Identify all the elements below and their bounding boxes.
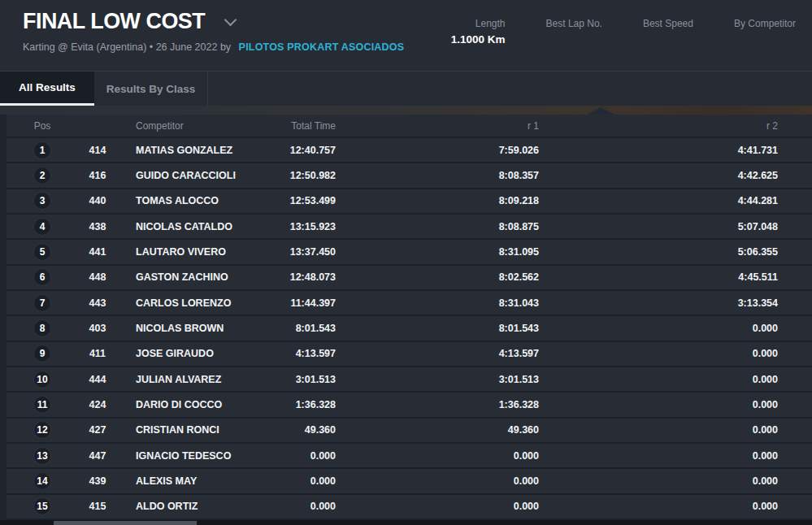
total-time: 0.000 [284, 475, 336, 487]
stat-best-speed: Best Speed [643, 18, 693, 46]
total-time: 13:37.450 [284, 246, 336, 258]
table-row[interactable]: 11 424 DARIO DI COCCO 1:36.328 1:36.328 … [7, 393, 812, 418]
col-header-r1: r 1 [336, 120, 539, 132]
r1-time: 8:31.043 [336, 297, 539, 309]
r2-time: 0.000 [539, 450, 778, 462]
table-row[interactable]: 5 441 LAUTARO VIVERO 13:37.450 8:31.095 … [7, 240, 812, 265]
r2-time: 0.000 [539, 374, 778, 385]
col-header-total-time: Total Time [284, 120, 336, 132]
total-time: 1:36.328 [284, 399, 336, 410]
event-meta-text: Karting @ Evita (Argentina) • 26 June 20… [23, 41, 231, 53]
results-table: Pos Competitor Total Time r 1 r 2 1 414 … [7, 115, 812, 520]
kart-number: 438 [73, 221, 122, 232]
competitor-name: LAUTARO VIVERO [122, 246, 284, 258]
competitor-name: TOMAS ALOCCO [122, 195, 284, 206]
kart-number: 414 [73, 145, 122, 156]
horizontal-scrollbar-thumb[interactable] [54, 521, 197, 525]
table-row[interactable]: 6 448 GASTON ZACHINO 12:48.073 8:02.562 … [7, 266, 812, 291]
kart-number: 441 [73, 246, 122, 258]
kart-number: 439 [73, 475, 122, 487]
r2-time: 4:44.281 [539, 195, 778, 206]
kart-number: 424 [73, 399, 122, 410]
competitor-name: ALDO ORTIZ [122, 501, 284, 512]
total-time: 0.000 [284, 501, 336, 512]
kart-number: 440 [73, 195, 122, 206]
banner-strip [0, 106, 812, 115]
table-row[interactable]: 12 427 CRISTIAN RONCI 49.360 49.360 0.00… [7, 419, 812, 444]
tab-results-by-class[interactable]: Results By Class [94, 72, 208, 106]
r2-time: 5:07.048 [539, 221, 778, 232]
total-time: 12:53.499 [284, 195, 336, 206]
stat-length-label: Length [475, 18, 506, 29]
r1-time: 8:08.875 [336, 221, 539, 232]
chevron-down-icon[interactable] [224, 13, 237, 26]
col-header-pos: Pos [7, 120, 73, 132]
col-header-competitor: Competitor [122, 120, 284, 132]
table-row[interactable]: 1 414 MATIAS GONZALEZ 12:40.757 7:59.026… [7, 138, 812, 163]
kart-number: 416 [73, 170, 122, 181]
total-time: 4:13.597 [284, 348, 336, 359]
table-row[interactable]: 13 447 IGNACIO TEDESCO 0.000 0.000 0.000 [7, 444, 812, 469]
r2-time: 0.000 [539, 399, 778, 410]
table-row[interactable]: 3 440 TOMAS ALOCCO 12:53.499 8:09.218 4:… [7, 189, 812, 215]
table-row[interactable]: 4 438 NICOLAS CATALDO 13:15.923 8:08.875… [7, 215, 812, 240]
r2-time: 4:45.511 [539, 271, 778, 283]
stat-length: Length 1.1000 Km [451, 18, 506, 46]
r1-time: 0.000 [336, 475, 539, 487]
table-row[interactable]: 8 403 NICOLAS BROWN 8:01.543 8:01.543 0.… [7, 316, 812, 341]
table-row[interactable]: 9 411 JOSE GIRAUDO 4:13.597 4:13.597 0.0… [7, 342, 812, 367]
competitor-name: IGNACIO TEDESCO [122, 450, 284, 462]
table-row[interactable]: 15 415 ALDO ORTIZ 0.000 0.000 0.000 [7, 495, 812, 520]
table-row[interactable]: 10 444 JULIAN ALVAREZ 3:01.513 3:01.513 … [7, 367, 812, 393]
competitor-name: GASTON ZACHINO [122, 271, 284, 283]
competitor-name: MATIAS GONZALEZ [122, 145, 284, 156]
position-badge: 4 [33, 218, 51, 236]
tab-all-results[interactable]: All Results [0, 72, 94, 106]
stat-length-value: 1.1000 Km [451, 33, 506, 46]
position-badge: 2 [33, 167, 51, 184]
stat-by-competitor-label: By Competitor [734, 18, 796, 29]
horizontal-scrollbar[interactable] [0, 520, 812, 525]
col-header-r2: r 2 [539, 120, 778, 132]
stat-best-lap-label: Best Lap No. [546, 18, 602, 29]
kart-number: 448 [73, 271, 122, 283]
event-stats: Length 1.1000 Km Best Lap No. Best Speed… [451, 18, 796, 46]
position-badge: 15 [33, 497, 51, 515]
stat-best-lap: Best Lap No. [546, 18, 602, 46]
position-badge: 1 [33, 141, 51, 159]
r2-time: 0.000 [539, 475, 778, 487]
results-tab-bar: All Results Results By Class [0, 71, 812, 106]
event-title-dropdown[interactable]: FINAL LOW COST [23, 8, 235, 34]
total-time: 11:44.397 [284, 297, 336, 309]
kart-number: 403 [73, 323, 122, 334]
organizer-link[interactable]: PILOTOS PROKART ASOCIADOS [239, 41, 405, 53]
competitor-name: NICOLAS CATALDO [122, 221, 284, 232]
total-time: 12:48.073 [284, 271, 336, 283]
position-badge: 6 [33, 268, 51, 286]
competitor-name: JOSE GIRAUDO [122, 348, 284, 359]
r2-time: 3:13.354 [539, 297, 778, 309]
total-time: 12:40.757 [284, 145, 336, 156]
r1-time: 8:02.562 [336, 271, 539, 283]
total-time: 3:01.513 [284, 374, 336, 385]
r2-time: 4:42.625 [539, 170, 778, 181]
competitor-name: CARLOS LORENZO [122, 297, 284, 309]
table-row[interactable]: 14 439 ALEXIS MAY 0.000 0.000 0.000 [7, 469, 812, 494]
total-time: 12:50.982 [284, 170, 336, 181]
table-row[interactable]: 2 416 GUIDO CARACCIOLI 12:50.982 8:08.35… [7, 163, 812, 189]
position-badge: 10 [33, 371, 51, 388]
r1-time: 8:01.543 [336, 323, 539, 334]
competitor-name: DARIO DI COCCO [122, 399, 284, 410]
r2-time: 0.000 [539, 323, 778, 334]
competitor-name: GUIDO CARACCIOLI [122, 170, 284, 181]
competitor-name: ALEXIS MAY [122, 475, 284, 487]
position-badge: 5 [33, 243, 51, 261]
total-time: 49.360 [284, 424, 336, 436]
position-badge: 3 [33, 192, 51, 210]
r1-time: 1:36.328 [336, 399, 539, 410]
competitor-name: JULIAN ALVAREZ [122, 374, 284, 385]
competitor-name: CRISTIAN RONCI [122, 424, 284, 436]
position-badge: 13 [33, 447, 51, 465]
table-row[interactable]: 7 443 CARLOS LORENZO 11:44.397 8:31.043 … [7, 291, 812, 316]
kart-number: 443 [73, 297, 122, 309]
